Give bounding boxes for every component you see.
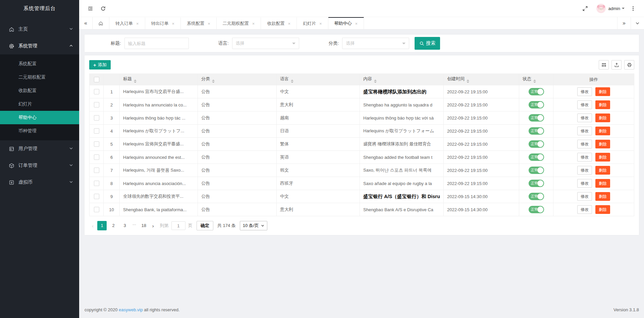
menu-toggle-icon[interactable] xyxy=(84,0,97,17)
row-checkbox[interactable] xyxy=(94,154,99,160)
sort-icon[interactable] xyxy=(134,80,137,83)
delete-button[interactable]: 删除 xyxy=(595,100,610,109)
sidebar-item-用户管理[interactable]: 用户管理 xyxy=(0,140,79,157)
easyweb-link[interactable]: easyweb.vip xyxy=(119,307,143,312)
submenu-item-帮助中心[interactable]: 帮助中心 xyxy=(0,111,79,124)
edit-button[interactable]: 修改 xyxy=(577,113,592,122)
row-checkbox[interactable] xyxy=(94,141,99,147)
row-checkbox[interactable] xyxy=(94,89,99,94)
edit-button[interactable]: 修改 xyxy=(577,153,592,162)
delete-button[interactable]: 删除 xyxy=(595,87,610,96)
tab-二元期权配置[interactable]: 二元期权配置× xyxy=(217,17,261,29)
more-options-icon[interactable] xyxy=(627,0,639,17)
jump-confirm-button[interactable]: 确定 xyxy=(197,221,213,230)
edit-button[interactable]: 修改 xyxy=(577,127,592,135)
columns-filter-icon[interactable] xyxy=(599,60,609,70)
edit-button[interactable]: 修改 xyxy=(577,205,592,214)
jump-page-input[interactable] xyxy=(171,221,185,230)
tab-收款配置[interactable]: 收款配置× xyxy=(261,17,297,29)
edit-button[interactable]: 修改 xyxy=(577,140,592,148)
status-toggle[interactable]: 正常 xyxy=(529,101,544,108)
tab-帮助中心[interactable]: 帮助中心× xyxy=(328,17,364,29)
language-select[interactable]: 选择 xyxy=(232,38,299,49)
delete-button[interactable]: 删除 xyxy=(595,166,610,175)
row-checkbox[interactable] xyxy=(94,128,99,134)
tab-close-icon[interactable]: × xyxy=(288,21,290,26)
column-header-language[interactable]: 语言 xyxy=(277,74,360,85)
print-icon[interactable] xyxy=(624,60,634,70)
status-toggle[interactable]: 正常 xyxy=(529,153,544,161)
sidebar-item-虚拟币[interactable]: 虚拟币 xyxy=(0,174,79,191)
tab-转出订单[interactable]: 转出订单× xyxy=(145,17,181,29)
prev-page-button[interactable]: ‹ xyxy=(89,223,96,229)
category-select[interactable]: 选择 xyxy=(342,38,409,49)
column-header-title[interactable]: 标题 xyxy=(120,74,198,85)
column-header-content[interactable]: 内容 xyxy=(360,74,444,85)
status-toggle[interactable]: 正常 xyxy=(529,180,544,187)
edit-button[interactable]: 修改 xyxy=(577,179,592,188)
row-checkbox[interactable] xyxy=(94,168,99,173)
status-toggle[interactable]: 正常 xyxy=(529,206,544,213)
tabs-scroll-left-button[interactable]: « xyxy=(79,17,93,29)
delete-button[interactable]: 删除 xyxy=(595,179,610,188)
search-button[interactable]: 搜索 xyxy=(415,37,440,50)
status-toggle[interactable]: 正常 xyxy=(529,167,544,174)
refresh-icon[interactable] xyxy=(97,0,109,17)
sort-icon[interactable] xyxy=(291,80,293,83)
title-input[interactable] xyxy=(124,38,189,49)
add-button[interactable]: + 添加 xyxy=(89,60,111,70)
page-button-18[interactable]: 18 xyxy=(139,221,149,230)
status-toggle[interactable]: 正常 xyxy=(529,88,544,95)
tab-close-icon[interactable]: × xyxy=(355,21,358,26)
submenu-item-币种管理[interactable]: 币种管理 xyxy=(0,124,79,138)
status-toggle[interactable]: 正常 xyxy=(529,114,544,122)
submenu-item-系统配置[interactable]: 系统配置 xyxy=(0,57,79,71)
tab-close-icon[interactable]: × xyxy=(136,21,139,26)
status-toggle[interactable]: 正常 xyxy=(529,127,544,135)
delete-button[interactable]: 删除 xyxy=(595,153,610,162)
page-button-3[interactable]: 3 xyxy=(120,221,129,230)
row-checkbox[interactable] xyxy=(94,181,99,186)
edit-button[interactable]: 修改 xyxy=(577,192,592,201)
row-checkbox[interactable] xyxy=(94,207,99,212)
tab-home[interactable] xyxy=(93,17,109,29)
tab-close-icon[interactable]: × xyxy=(319,21,322,26)
export-icon[interactable] xyxy=(611,60,622,70)
row-checkbox[interactable] xyxy=(94,102,99,107)
sort-icon[interactable] xyxy=(533,80,536,83)
sort-icon[interactable] xyxy=(467,80,469,83)
status-toggle[interactable]: 正常 xyxy=(529,193,544,200)
username-dropdown[interactable]: admin xyxy=(608,6,620,11)
column-header-created[interactable]: 创建时间 xyxy=(444,74,519,85)
page-button-2[interactable]: 2 xyxy=(109,221,118,230)
row-checkbox[interactable] xyxy=(94,194,99,199)
sort-icon[interactable] xyxy=(212,80,215,83)
tab-系统配置[interactable]: 系统配置× xyxy=(181,17,217,29)
tabs-menu-button[interactable] xyxy=(631,17,644,29)
status-toggle[interactable]: 正常 xyxy=(529,140,544,148)
tab-close-icon[interactable]: × xyxy=(252,21,255,26)
submenu-item-收款配置[interactable]: 收款配置 xyxy=(0,84,79,97)
sort-icon[interactable] xyxy=(374,80,377,83)
select-all-checkbox[interactable] xyxy=(94,77,99,82)
sidebar-item-主页[interactable]: 主页 xyxy=(0,21,79,38)
delete-button[interactable]: 删除 xyxy=(595,140,610,148)
edit-button[interactable]: 修改 xyxy=(577,100,592,109)
edit-button[interactable]: 修改 xyxy=(577,166,592,175)
delete-button[interactable]: 删除 xyxy=(595,205,610,214)
tab-幻灯片[interactable]: 幻灯片× xyxy=(297,17,328,29)
sidebar-item-订单管理[interactable]: 订单管理 xyxy=(0,157,79,174)
fullscreen-icon[interactable] xyxy=(579,0,592,17)
sidebar-item-系统管理[interactable]: 系统管理 xyxy=(0,38,79,54)
page-button-1[interactable]: 1 xyxy=(97,221,107,230)
tabs-scroll-right-button[interactable]: » xyxy=(617,17,631,29)
submenu-item-幻灯片[interactable]: 幻灯片 xyxy=(0,97,79,111)
submenu-item-二元期权配置[interactable]: 二元期权配置 xyxy=(0,71,79,84)
delete-button[interactable]: 删除 xyxy=(595,113,610,122)
tab-close-icon[interactable]: × xyxy=(172,21,175,26)
edit-button[interactable]: 修改 xyxy=(577,87,592,96)
column-header-status[interactable]: 状态 xyxy=(519,74,553,85)
row-checkbox[interactable] xyxy=(94,115,99,121)
delete-button[interactable]: 删除 xyxy=(595,192,610,201)
tab-close-icon[interactable]: × xyxy=(208,21,210,26)
